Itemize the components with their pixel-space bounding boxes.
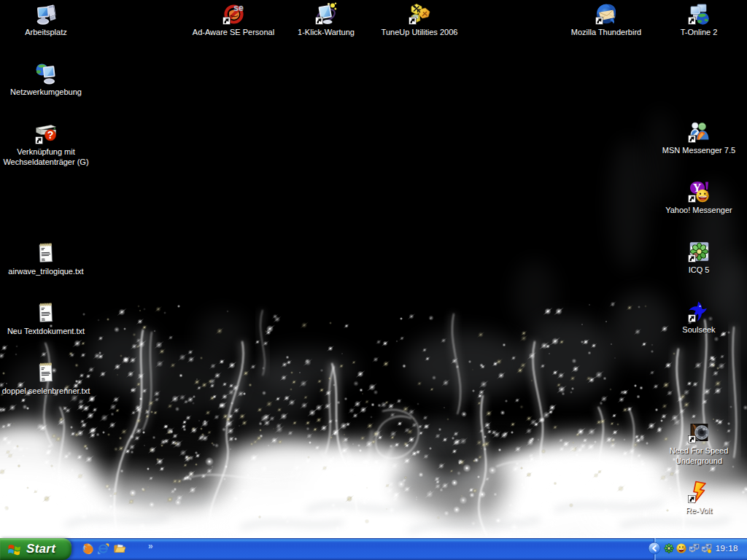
svg-text:se: se bbox=[233, 3, 244, 13]
svg-text:?: ? bbox=[47, 129, 54, 141]
